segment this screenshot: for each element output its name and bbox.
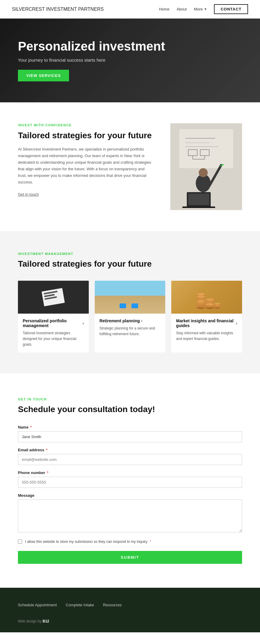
- message-group: Message: [18, 493, 242, 534]
- about-title: Tailored strategies for your future: [18, 130, 152, 141]
- market-card-text: Stay informed with valuable insights and…: [176, 330, 237, 342]
- consent-label: I allow this website to store my submiss…: [25, 539, 151, 544]
- hero-subtitle: Your journey to financial success starts…: [18, 57, 165, 63]
- submit-button[interactable]: SUBMIT: [18, 551, 242, 564]
- email-input[interactable]: [18, 454, 242, 465]
- chevron-down-icon: ▼: [204, 7, 207, 11]
- footer-link-schedule[interactable]: Schedule Appointment: [18, 603, 57, 607]
- retirement-card-body: Retirement planning › Strategic planning…: [95, 314, 166, 342]
- market-card-title[interactable]: Market insights and financial guides ›: [176, 318, 237, 328]
- contact-label: GET IN TOUCH: [18, 397, 242, 401]
- email-label: Email address *: [18, 448, 242, 452]
- hero-cta-button[interactable]: VIEW SERVICES: [18, 70, 69, 81]
- email-group: Email address *: [18, 448, 242, 465]
- message-input[interactable]: [18, 499, 242, 532]
- portfolio-card-title[interactable]: Personalized portfolio management ›: [23, 318, 84, 328]
- hero-title: Personalized investment: [18, 40, 165, 53]
- service-img-market: [171, 281, 242, 314]
- services-title: Tailored strategies for your future: [18, 259, 242, 269]
- arrow-right-icon: ›: [141, 318, 143, 323]
- consent-row: I allow this website to store my submiss…: [18, 539, 242, 544]
- coins-scene: [171, 281, 242, 314]
- service-card-retirement: Retirement planning › Strategic planning…: [95, 281, 166, 353]
- newspaper-icon: [42, 288, 65, 306]
- nav-logo: SILVERCREST INVESTMENT PARTNERS: [12, 7, 104, 12]
- footer-link-resources[interactable]: Resources: [103, 603, 122, 607]
- about-link[interactable]: Get in touch: [18, 192, 39, 197]
- beach-scene: [95, 281, 166, 314]
- hero-section: Personalized investment Your journey to …: [0, 19, 260, 102]
- about-img-inner: [170, 123, 242, 210]
- about-section: INVEST WITH CONFIDENCE Tailored strategi…: [0, 102, 260, 231]
- svg-point-32: [214, 305, 220, 306]
- name-group: Name *: [18, 425, 242, 442]
- svg-rect-16: [182, 206, 215, 208]
- svg-point-31: [214, 303, 220, 305]
- arrow-right-icon: ›: [236, 321, 237, 326]
- svg-point-21: [197, 298, 205, 300]
- footer-credit-brand[interactable]: B12: [43, 619, 49, 623]
- retirement-card-text: Strategic planning for a secure and fulf…: [100, 326, 161, 337]
- phone-label: Phone number *: [18, 470, 242, 475]
- svg-point-20: [197, 295, 205, 298]
- retirement-card-title[interactable]: Retirement planning ›: [100, 318, 161, 323]
- beach-chair-1: [120, 303, 126, 308]
- required-indicator: *: [30, 425, 32, 429]
- svg-point-27: [206, 301, 214, 303]
- portfolio-scene: [18, 281, 89, 314]
- service-img-portfolio: [18, 281, 89, 314]
- hero-content: Personalized investment Your journey to …: [0, 40, 183, 81]
- svg-point-19: [197, 293, 205, 295]
- nav-link-home[interactable]: Home: [159, 7, 169, 11]
- phone-group: Phone number *: [18, 470, 242, 488]
- name-input[interactable]: [18, 431, 242, 442]
- name-label: Name *: [18, 425, 242, 429]
- required-indicator: *: [46, 448, 48, 452]
- svg-point-26: [206, 298, 214, 301]
- contact-form: Name * Email address * Phone number * Me…: [18, 425, 242, 564]
- svg-point-11: [199, 168, 208, 177]
- footer: Schedule Appointment Complete Intake Res…: [0, 588, 260, 632]
- coin-stacks-svg: [193, 285, 220, 312]
- market-card-body: Market insights and financial guides › S…: [171, 314, 242, 347]
- service-card-market: Market insights and financial guides › S…: [171, 281, 242, 353]
- svg-rect-15: [188, 194, 209, 205]
- about-label: INVEST WITH CONFIDENCE: [18, 123, 152, 127]
- about-text: INVEST WITH CONFIDENCE Tailored strategi…: [18, 123, 152, 197]
- navbar: SILVERCREST INVESTMENT PARTNERS Home Abo…: [0, 0, 260, 19]
- message-label: Message: [18, 493, 242, 498]
- phone-input[interactable]: [18, 477, 242, 488]
- service-img-retirement: [95, 281, 166, 314]
- svg-point-22: [197, 300, 205, 303]
- portfolio-card-body: Personalized portfolio management › Tail…: [18, 314, 89, 353]
- contact-title: Schedule your consultation today!: [18, 405, 242, 414]
- about-body: At Silvercrest Investment Partners, we s…: [18, 146, 152, 186]
- service-card-portfolio: Personalized portfolio management › Tail…: [18, 281, 89, 353]
- footer-b12-brand: B12: [43, 619, 49, 623]
- svg-rect-1: [179, 129, 233, 168]
- required-indicator: *: [150, 540, 151, 544]
- nav-links: Home About More ▼ CONTACT: [159, 4, 248, 14]
- footer-link-intake[interactable]: Complete Intake: [66, 603, 94, 607]
- contact-section: GET IN TOUCH Schedule your consultation …: [0, 373, 260, 588]
- beach-chair-2: [131, 303, 138, 308]
- about-image: [170, 123, 242, 210]
- required-indicator: *: [47, 470, 48, 475]
- nav-link-about[interactable]: About: [177, 7, 187, 11]
- services-cards: Personalized portfolio management › Tail…: [18, 281, 242, 353]
- nav-link-more[interactable]: More ▼: [194, 7, 207, 11]
- footer-links: Schedule Appointment Complete Intake Res…: [18, 603, 242, 607]
- services-label: INVESTMENT MANAGEMENT: [18, 252, 242, 256]
- portfolio-card-text: Tailored investment strategies designed …: [23, 330, 84, 348]
- svg-point-23: [197, 303, 205, 305]
- svg-point-28: [206, 303, 214, 306]
- arrow-right-icon: ›: [82, 321, 84, 326]
- services-section: INVESTMENT MANAGEMENT Tailored strategie…: [0, 231, 260, 373]
- nav-contact-button[interactable]: CONTACT: [214, 4, 248, 14]
- footer-credit: Web design by B12: [18, 619, 242, 623]
- consent-checkbox[interactable]: [18, 540, 22, 544]
- about-scene-svg: [170, 123, 242, 210]
